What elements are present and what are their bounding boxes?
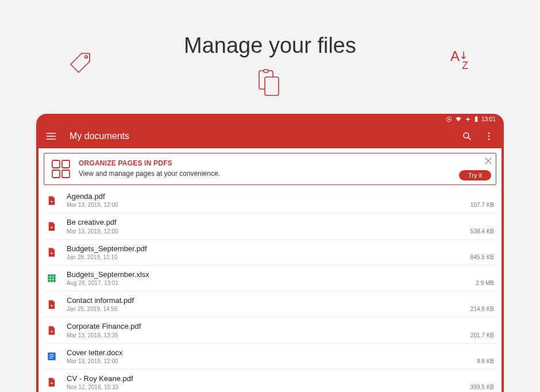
svg-point-0: [85, 56, 88, 59]
sort-az-icon: A Z: [449, 48, 475, 71]
file-row[interactable]: Be creative.pdfMar 13, 2019, 12:00538.4 …: [44, 213, 496, 239]
file-name: Cover letter.docx: [67, 348, 472, 358]
svg-point-13: [488, 139, 490, 140]
svg-point-10: [464, 133, 469, 138]
wifi-icon: [455, 116, 462, 122]
file-date: Mar 13, 2019, 13:35: [67, 332, 466, 339]
more-icon[interactable]: [483, 130, 495, 142]
clipboard-icon: [256, 69, 283, 99]
svg-rect-8: [475, 117, 477, 122]
file-name: Be creative.pdf: [67, 218, 466, 227]
file-type-icon: [46, 195, 57, 206]
file-size: 9.8 KB: [477, 358, 494, 365]
app-bar: My documents: [36, 124, 504, 148]
svg-text:A: A: [450, 48, 460, 64]
promo-banner: ORGANIZE PAGES IN PDFS View and manage p…: [44, 153, 496, 185]
file-name: Budgets_September.pdf: [67, 244, 466, 253]
file-name: Agenda.pdf: [67, 192, 466, 201]
svg-rect-14: [52, 160, 60, 168]
file-type-icon: [46, 299, 57, 310]
menu-icon[interactable]: [45, 130, 57, 142]
file-row[interactable]: Contact informat.pdfJan 25, 2019, 14:582…: [44, 291, 496, 317]
file-row[interactable]: Budgets_September.pdfJan 28, 2019, 11:10…: [44, 240, 496, 266]
file-type-icon: [46, 376, 57, 388]
file-date: Mar 13, 2019, 12:00: [67, 202, 466, 209]
file-name: CV - Roy Keane.pdf: [67, 374, 466, 383]
file-row[interactable]: CV - Roy Keane.pdfNov 12, 2018, 15:33399…: [44, 370, 496, 392]
tablet-frame: 13:01 My documents: [36, 114, 504, 392]
svg-text:Z: Z: [462, 60, 468, 71]
svg-rect-18: [48, 275, 56, 283]
svg-rect-9: [476, 116, 477, 117]
file-date: Jan 28, 2019, 11:10: [67, 254, 466, 261]
svg-point-7: [448, 118, 450, 120]
airplane-icon: [465, 116, 471, 122]
tag-icon: [68, 51, 92, 75]
file-size: 399.5 KB: [470, 384, 494, 391]
svg-rect-16: [52, 170, 60, 178]
status-bar: 13:01: [36, 114, 504, 124]
file-size: 2.9 MB: [476, 280, 494, 287]
file-size: 538.4 KB: [470, 228, 494, 235]
file-row[interactable]: Cover letter.docxMar 13, 2019, 12:009.8 …: [44, 344, 496, 370]
content-area: ORGANIZE PAGES IN PDFS View and manage p…: [38, 148, 502, 392]
file-date: Mar 13, 2019, 12:00: [67, 358, 472, 365]
file-size: 201.7 KB: [470, 332, 494, 339]
file-size: 845.5 KB: [470, 254, 494, 261]
banner-text: View and manage pages at your convenienc…: [79, 170, 489, 178]
battery-icon: [474, 116, 479, 122]
status-time: 13:01: [481, 116, 496, 122]
svg-rect-15: [62, 160, 70, 168]
pages-grid-icon: [51, 159, 71, 179]
svg-rect-3: [265, 77, 279, 95]
file-list: Agenda.pdfMar 13, 2019, 12:00107.7 KBBe …: [38, 187, 502, 392]
location-icon: [446, 116, 452, 122]
file-name: Budgets_September.xlsx: [67, 270, 471, 279]
file-type-icon: [46, 351, 57, 362]
try-it-button[interactable]: Try it: [459, 170, 491, 180]
file-name: Contact informat.pdf: [67, 296, 466, 305]
file-date: Jan 25, 2019, 14:58: [67, 306, 466, 313]
file-name: Corporate Finance.pdf: [67, 322, 466, 331]
file-type-icon: [46, 325, 57, 336]
file-date: Aug 28, 2017, 13:01: [67, 280, 471, 287]
file-row[interactable]: Agenda.pdfMar 13, 2019, 12:00107.7 KB: [44, 187, 496, 213]
file-date: Nov 12, 2018, 15:33: [67, 384, 466, 391]
file-row[interactable]: Budgets_September.xlsxAug 28, 2017, 13:0…: [44, 266, 496, 291]
file-type-icon: [46, 247, 57, 258]
svg-point-12: [488, 136, 490, 137]
file-size: 107.7 KB: [470, 202, 494, 209]
svg-rect-2: [264, 70, 268, 72]
file-type-icon: [46, 221, 57, 232]
search-icon[interactable]: [461, 130, 473, 142]
file-size: 214.8 KB: [470, 306, 494, 313]
file-row[interactable]: Corporate Finance.pdfMar 13, 2019, 13:35…: [44, 317, 496, 343]
file-type-icon: [46, 272, 57, 284]
svg-rect-17: [62, 170, 70, 178]
appbar-title: My documents: [70, 131, 461, 141]
close-icon[interactable]: [484, 157, 492, 165]
svg-point-11: [488, 132, 490, 134]
file-date: Mar 13, 2019, 12:00: [67, 228, 466, 235]
banner-title: ORGANIZE PAGES IN PDFS: [79, 159, 489, 167]
